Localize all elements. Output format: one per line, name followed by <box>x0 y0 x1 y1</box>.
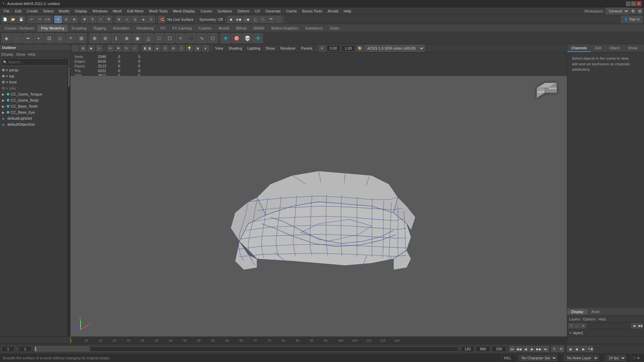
search-input[interactable] <box>8 60 67 64</box>
go-to-end-button[interactable]: ⏭ <box>543 346 549 352</box>
next-keyframe-button[interactable]: ▶ <box>581 346 587 352</box>
combine-button[interactable]: ⊕ <box>90 33 100 43</box>
tab-arnold[interactable]: Arnold <box>215 24 232 32</box>
anim-tab[interactable]: Anim <box>587 309 604 314</box>
tab-substance[interactable]: Substance <box>302 24 326 32</box>
frame-range-slider[interactable] <box>35 346 458 352</box>
end-frame-field[interactable] <box>461 346 474 352</box>
vp-display-mode-button[interactable]: ◧ ◨ <box>142 45 153 52</box>
next-layer-button[interactable]: ◀◀ <box>637 323 643 328</box>
play-back-button[interactable]: ◀ <box>523 346 529 352</box>
menu-curves[interactable]: Curves <box>198 8 215 14</box>
paint-select-button[interactable]: ⊕ <box>70 16 78 23</box>
menu-edit[interactable]: Edit <box>13 8 24 14</box>
viewport-lighting-menu[interactable]: Lighting <box>246 46 263 51</box>
step-forward-button[interactable]: ▶▶ <box>536 346 542 352</box>
boolean-button[interactable]: ⊗ <box>122 33 132 43</box>
redo-button[interactable]: ↪ <box>36 16 43 23</box>
outliner-item-front[interactable]: ■ front <box>0 79 67 85</box>
menu-generate[interactable]: Generate <box>263 8 283 14</box>
vp-ipr-button[interactable]: ▷ <box>96 45 103 52</box>
vp-render-button[interactable]: ▶ <box>88 45 95 52</box>
menu-display[interactable]: Display <box>73 8 90 14</box>
tab-sculpting[interactable]: Sculpting <box>68 24 90 32</box>
separate-button[interactable]: ⊖ <box>100 33 110 43</box>
display-tab[interactable]: Display <box>567 309 587 314</box>
tab-animation[interactable]: Animation <box>110 24 133 32</box>
range-end-field[interactable] <box>476 346 490 352</box>
outliner-item-cc-base-teeth[interactable]: ▶ CC_Base_Teeth <box>0 103 67 109</box>
titlebar-controls[interactable]: _ □ ✕ <box>626 1 641 6</box>
vp-xray-button[interactable]: ⊗ <box>170 45 177 52</box>
tab-bifrost[interactable]: Bifrost <box>233 24 250 32</box>
mirror-button[interactable]: ⫿ <box>111 33 121 43</box>
outliner-item-default-object-set[interactable]: ◈ defaultObjectSet <box>0 121 67 127</box>
tab-fx-caching[interactable]: FX Caching <box>169 24 195 32</box>
tab-rendering[interactable]: Rendering <box>133 24 157 32</box>
layers-menu-item[interactable]: Layers <box>569 317 580 321</box>
go-to-start-button[interactable]: ⏮ <box>509 346 515 352</box>
customize-workspace-button[interactable]: ⚙ <box>630 8 636 14</box>
outliner-item-cc-base-eye[interactable]: ▶ CC_Base_Eye <box>0 109 67 115</box>
gamma-field[interactable] <box>341 45 355 51</box>
vp-wire-button[interactable]: ⊡ <box>162 45 169 52</box>
rotate-tool-button[interactable]: ↻ <box>89 16 96 23</box>
layer1-item[interactable]: ✏ layer1 <box>567 329 644 337</box>
multi-select-button[interactable]: ⊡ <box>44 33 54 43</box>
prev-keyframe-button[interactable]: ◀ <box>567 346 573 352</box>
vp-smooth-button[interactable]: ⬡ <box>178 45 185 52</box>
select-tool-button[interactable]: ✢ <box>54 16 62 23</box>
tab-mash[interactable]: MASH <box>250 24 268 32</box>
3d-viewport[interactable]: X Y Z BACK LEFT <box>70 76 567 337</box>
menu-mesh-tools[interactable]: Mesh Tools <box>147 8 170 14</box>
menu-mesh-display[interactable]: Mesh Display <box>171 8 198 14</box>
new-scene-button[interactable]: 📄 <box>1 16 9 23</box>
help-menu-item[interactable]: Help <box>598 317 606 321</box>
persp-button[interactable]: 🎥 <box>275 16 283 23</box>
outliner-scrollbar[interactable] <box>67 66 70 337</box>
color-profile-dropdown[interactable]: ACES 1.0 SDR-video (sRGB) <box>364 45 425 52</box>
outliner-item-top[interactable]: ■ top <box>0 73 67 79</box>
undo-history-button[interactable]: ↩↻ <box>44 16 51 23</box>
save-scene-button[interactable]: 💾 <box>17 16 25 23</box>
render-options-button[interactable]: ◼ <box>227 16 234 23</box>
outliner-menu-display[interactable]: Display <box>1 52 13 56</box>
outliner-menu-show[interactable]: Show <box>16 52 25 56</box>
options-menu-item[interactable]: Options <box>583 317 596 321</box>
menu-deform[interactable]: Deform <box>235 8 252 14</box>
tab-show-props[interactable]: Show <box>624 44 641 52</box>
tab-custom[interactable]: Custom <box>195 24 215 32</box>
menu-surfaces[interactable]: Surfaces <box>215 8 234 14</box>
exposure-field[interactable] <box>327 45 340 51</box>
tab-edit[interactable]: Edit <box>591 44 605 52</box>
outliner-item-side[interactable]: ■ side <box>0 85 67 91</box>
cyan-cross2-icon[interactable]: ✛ <box>253 33 263 43</box>
close-button[interactable]: ✕ <box>637 1 641 6</box>
menu-modify[interactable]: Modify <box>56 8 72 14</box>
menu-mesh[interactable]: Mesh <box>110 8 124 14</box>
crease-select-button[interactable]: ⌗ <box>66 33 76 43</box>
vp-shadow-button[interactable]: ◑ <box>194 45 201 52</box>
loop-button[interactable]: ↻ <box>551 346 557 352</box>
start-frame-field[interactable] <box>18 346 32 352</box>
minimize-button[interactable]: _ <box>626 1 631 6</box>
outliner-search-box[interactable]: 🔍 <box>1 58 69 66</box>
fill-hole-button[interactable]: ⬡ <box>165 33 175 43</box>
vp-shading-button[interactable]: ◈ <box>154 45 161 52</box>
play-forward-button[interactable]: ▶ <box>529 346 535 352</box>
scale-tool-button[interactable]: ⤢ <box>97 16 104 23</box>
vp-lighting-button[interactable]: 💡 <box>186 45 193 52</box>
menu-file[interactable]: File <box>1 8 12 14</box>
vertex-face-select-button[interactable]: ⊞ <box>76 33 87 43</box>
menu-arnold[interactable]: Arnold <box>325 8 341 14</box>
cyan-cross-icon[interactable]: ✚ <box>221 33 231 43</box>
add-keyframe-button[interactable]: ◆ <box>574 346 580 352</box>
open-scene-button[interactable]: 📂 <box>9 16 17 23</box>
ipr-render-button[interactable]: ▷◼ <box>243 16 251 23</box>
last-tool-button[interactable]: ⚒ <box>105 16 112 23</box>
current-frame-field[interactable] <box>1 346 15 352</box>
face-select-button[interactable]: ▪ <box>34 33 44 43</box>
character-set-dropdown[interactable]: No Character Set <box>519 355 557 361</box>
lasso-select-button[interactable]: ⊡ <box>62 16 70 23</box>
step-back-button[interactable]: ◀◀ <box>516 346 522 352</box>
